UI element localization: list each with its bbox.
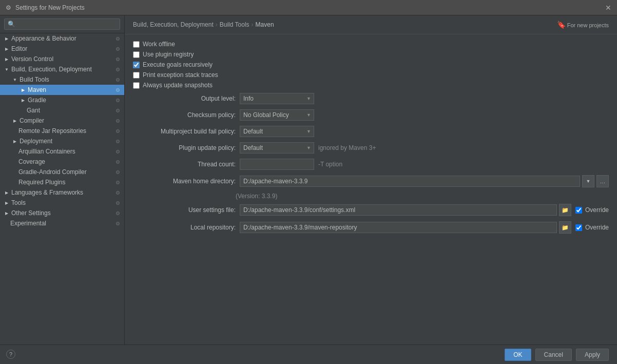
help-button[interactable]: ?: [6, 350, 15, 359]
plugin-update-policy-select[interactable]: Default Update Do Not Update Force Updat…: [240, 142, 314, 154]
sidebar-item-deployment[interactable]: ▶Deployment⚙: [0, 136, 124, 146]
sidebar-settings-icon: ⚙: [115, 36, 120, 42]
close-button[interactable]: ✕: [604, 3, 613, 12]
arrow-icon: ▼: [3, 66, 10, 73]
checkbox-row-print-exception-stack-traces: Print exception stack traces: [133, 71, 609, 79]
sidebar-item-languages-frameworks[interactable]: ▶Languages & Frameworks⚙: [0, 187, 124, 198]
user-settings-browse-button[interactable]: 📁: [559, 204, 571, 216]
for-new-projects: 🔖For new projects: [557, 21, 609, 29]
sidebar-item-experimental[interactable]: Experimental⚙: [0, 218, 124, 228]
checksum-policy-label: Checksum policy:: [133, 111, 236, 119]
maven-home-browse-button[interactable]: …: [596, 175, 609, 187]
arrow-icon: ▶: [3, 199, 10, 206]
checkbox-row-work-offline: Work offline: [133, 41, 609, 48]
main-container: ▶Appearance & Behavior⚙▶Editor⚙▶Version …: [0, 15, 617, 344]
user-settings-file-row: User settings file: 📁 Override: [133, 204, 609, 216]
arrow-icon: ▶: [3, 189, 10, 196]
maven-version-hint: (Version: 3.3.9): [133, 193, 609, 200]
user-settings-override-checkbox[interactable]: [575, 207, 582, 214]
sidebar-item-label: Gant: [27, 107, 115, 114]
checkbox-label-always-update-snapshots[interactable]: Always update snapshots: [143, 82, 213, 89]
sidebar-item-label: Build, Execution, Deployment: [11, 66, 115, 73]
checkbox-row-use-plugin-registry: Use plugin registry: [133, 51, 609, 58]
sidebar-item-build-tools[interactable]: ▼Build Tools⚙: [0, 74, 124, 85]
output-level-select-wrapper[interactable]: Info Debug Quiet: [240, 93, 314, 104]
thread-count-input[interactable]: [240, 159, 314, 170]
checksum-policy-select[interactable]: No Global Policy Warn Fail: [240, 109, 314, 121]
checkbox-always-update-snapshots[interactable]: [133, 82, 140, 89]
settings-panel: Work offline Use plugin registry Execute…: [125, 34, 617, 344]
sidebar: ▶Appearance & Behavior⚙▶Editor⚙▶Version …: [0, 15, 125, 344]
sidebar-item-label: Coverage: [18, 158, 115, 165]
sidebar-settings-icon: ⚙: [115, 149, 120, 155]
cancel-button[interactable]: Cancel: [535, 349, 572, 361]
sidebar-item-appearance[interactable]: ▶Appearance & Behavior⚙: [0, 33, 124, 44]
local-repo-override-checkbox[interactable]: [575, 224, 582, 231]
sidebar-item-label: Build Tools: [20, 76, 115, 83]
arrow-icon: ▼: [11, 76, 18, 83]
user-settings-file-label: User settings file:: [133, 206, 236, 214]
checkbox-print-exception-stack-traces[interactable]: [133, 72, 140, 79]
output-level-label: Output level:: [133, 95, 236, 102]
search-input[interactable]: [4, 18, 120, 30]
sidebar-item-version-control[interactable]: ▶Version Control⚙: [0, 54, 124, 64]
app-icon: ⚙: [4, 4, 12, 12]
checkbox-execute-goals-recursively[interactable]: [133, 62, 140, 68]
sidebar-item-label: Compiler: [20, 117, 115, 124]
arrow-icon: ▶: [20, 97, 27, 104]
maven-home-label: Maven home directory:: [133, 178, 236, 185]
user-settings-override-label[interactable]: Override: [585, 206, 609, 214]
checkbox-row-execute-goals-recursively: Execute goals recursively: [133, 61, 609, 68]
plugin-update-policy-select-wrapper[interactable]: Default Update Do Not Update Force Updat…: [240, 142, 314, 154]
sidebar-item-remote-jar-repos[interactable]: Remote Jar Repositories⚙: [0, 126, 124, 136]
sidebar-item-build-exec-deploy[interactable]: ▼Build, Execution, Deployment⚙: [0, 64, 124, 74]
ok-button[interactable]: OK: [505, 349, 531, 361]
content-area: Build, Execution, Deployment › Build Too…: [125, 15, 617, 344]
checkbox-label-execute-goals-recursively[interactable]: Execute goals recursively: [143, 61, 213, 68]
local-repository-input[interactable]: [240, 222, 557, 233]
checkbox-label-use-plugin-registry[interactable]: Use plugin registry: [143, 51, 194, 58]
multiproject-fail-policy-select-wrapper[interactable]: Default Fail at End Fail Fast Never: [240, 126, 314, 137]
thread-count-hint: -T option: [318, 161, 342, 168]
sidebar-item-arquillian[interactable]: Arquillian Containers⚙: [0, 146, 124, 157]
maven-home-dropdown-button[interactable]: ▼: [582, 175, 594, 187]
arrow-icon: ▶: [3, 55, 10, 63]
apply-button[interactable]: Apply: [576, 349, 609, 361]
maven-home-row: Maven home directory: ▼ …: [133, 175, 609, 187]
checkbox-label-print-exception-stack-traces[interactable]: Print exception stack traces: [143, 71, 218, 79]
sidebar-item-label: Version Control: [11, 55, 115, 63]
sidebar-item-editor[interactable]: ▶Editor⚙: [0, 44, 124, 54]
sidebar-item-gradle[interactable]: ▶Gradle⚙: [0, 95, 124, 105]
checkbox-row-always-update-snapshots: Always update snapshots: [133, 82, 609, 89]
sidebar-item-other-settings[interactable]: ▶Other Settings⚙: [0, 208, 124, 218]
sidebar-settings-icon: ⚙: [115, 108, 120, 113]
local-repo-override-label[interactable]: Override: [585, 224, 609, 231]
sidebar-item-required-plugins[interactable]: Required Plugins⚙: [0, 177, 124, 187]
sidebar-item-coverage[interactable]: Coverage⚙: [0, 157, 124, 167]
checkbox-label-work-offline[interactable]: Work offline: [143, 41, 175, 48]
sidebar-item-maven[interactable]: ▶Maven⚙: [0, 85, 124, 95]
arrow-icon: ▶: [3, 45, 10, 52]
multiproject-fail-policy-select[interactable]: Default Fail at End Fail Fast Never: [240, 126, 314, 137]
checkbox-work-offline[interactable]: [133, 41, 140, 48]
sidebar-settings-icon: ⚙: [115, 180, 120, 185]
sidebar-item-label: Editor: [11, 45, 115, 52]
plugin-update-hint: ignored by Maven 3+: [318, 144, 376, 151]
sidebar-item-gant[interactable]: Gant⚙: [0, 105, 124, 116]
maven-home-input[interactable]: [240, 176, 580, 187]
sidebar-item-gradle-android[interactable]: Gradle-Android Compiler⚙: [0, 167, 124, 177]
sidebar-item-compiler[interactable]: ▶Compiler⚙: [0, 116, 124, 126]
checkbox-use-plugin-registry[interactable]: [133, 51, 140, 58]
sidebar-item-tools[interactable]: ▶Tools⚙: [0, 198, 124, 208]
user-settings-file-input[interactable]: [240, 204, 557, 216]
local-repository-label: Local repository:: [133, 224, 236, 231]
breadcrumb-part-2: Build Tools: [220, 21, 249, 28]
sidebar-item-label: Other Settings: [11, 209, 115, 217]
output-level-select[interactable]: Info Debug Quiet: [240, 93, 314, 104]
title-bar: ⚙ Settings for New Projects ✕: [0, 0, 617, 15]
local-repo-browse-button[interactable]: 📁: [559, 221, 571, 234]
plugin-update-policy-label: Plugin update policy:: [133, 144, 236, 151]
maven-home-path-row: ▼ …: [240, 175, 609, 187]
sidebar-settings-icon: ⚙: [115, 98, 120, 103]
checksum-policy-select-wrapper[interactable]: No Global Policy Warn Fail: [240, 109, 314, 121]
